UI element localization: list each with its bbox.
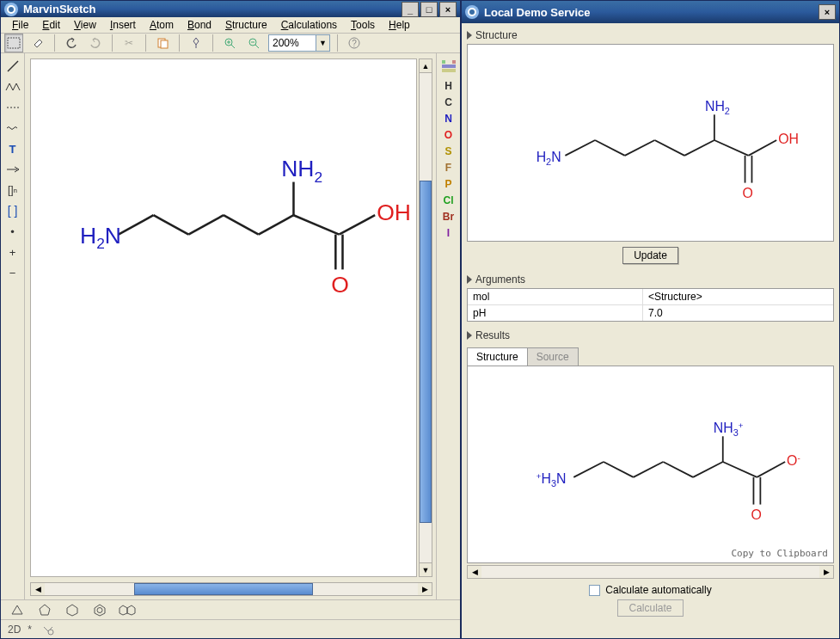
menu-tools[interactable]: Tools: [345, 17, 381, 33]
svg-line-46: [595, 140, 625, 156]
menu-edit[interactable]: Edit: [36, 17, 66, 33]
cyclopentane-template[interactable]: [35, 600, 54, 619]
minimize-button[interactable]: _: [402, 2, 419, 17]
menu-insert[interactable]: Insert: [104, 17, 142, 33]
zoom-in-button[interactable]: [220, 34, 239, 52]
scroll-left-icon[interactable]: ◀: [468, 566, 481, 578]
element-n[interactable]: N: [445, 113, 452, 125]
dot-tool[interactable]: •: [3, 222, 22, 241]
update-button[interactable]: Update: [622, 247, 678, 264]
svg-marker-40: [120, 605, 127, 615]
zoom-dropdown-icon[interactable]: ▼: [316, 34, 330, 52]
status-icon[interactable]: [39, 620, 58, 639]
menu-bond[interactable]: Bond: [181, 17, 218, 33]
titlebar-right[interactable]: Local Demo Service ×: [462, 1, 839, 23]
element-c[interactable]: C: [445, 96, 452, 108]
naphthalene-template[interactable]: [118, 600, 137, 619]
close-button[interactable]: ×: [439, 2, 457, 17]
svg-marker-37: [67, 605, 77, 616]
undo-button[interactable]: [62, 34, 81, 52]
auto-calc-checkbox[interactable]: [589, 585, 600, 596]
menu-help[interactable]: Help: [383, 17, 416, 33]
zoom-out-button[interactable]: [244, 34, 263, 52]
arrow-tool[interactable]: [3, 160, 22, 179]
maximize-button[interactable]: □: [420, 2, 438, 17]
svg-line-61: [634, 462, 664, 477]
element-f[interactable]: F: [445, 162, 451, 174]
svg-marker-38: [95, 605, 105, 616]
benzene-template[interactable]: [90, 600, 109, 619]
vertical-scrollbar[interactable]: ▲ ▼: [419, 58, 432, 577]
tab-structure[interactable]: Structure: [467, 347, 528, 366]
titlebar-left[interactable]: MarvinSketch _ □ ×: [1, 1, 460, 17]
scroll-right-icon[interactable]: ▶: [819, 566, 833, 578]
svg-text:O: O: [751, 507, 761, 522]
drawing-canvas[interactable]: H2N NH2 OH O: [30, 58, 417, 577]
element-s[interactable]: S: [445, 145, 451, 157]
section-structure-header[interactable]: Structure: [467, 27, 834, 44]
dashed-bond-tool[interactable]: [3, 98, 22, 117]
svg-text:NH2: NH2: [705, 99, 730, 116]
calculate-button[interactable]: Calculate: [617, 599, 683, 617]
menu-calculations[interactable]: Calculations: [275, 17, 343, 33]
hscroll-thumb[interactable]: [134, 583, 313, 595]
tab-source[interactable]: Source: [527, 347, 579, 366]
table-row[interactable]: mol <Structure>: [468, 289, 833, 305]
horizontal-scrollbar[interactable]: ◀ ▶: [30, 582, 432, 596]
chain-tool[interactable]: [3, 77, 22, 96]
svg-marker-36: [40, 605, 50, 615]
clean-button[interactable]: [187, 34, 205, 52]
eraser-tool-button[interactable]: [28, 34, 47, 52]
zoom-combo[interactable]: ▼: [268, 34, 330, 52]
scroll-left-icon[interactable]: ◀: [31, 583, 45, 595]
arg-value[interactable]: <Structure>: [643, 289, 833, 304]
copy-to-clipboard-link[interactable]: Copy to Clipboard: [731, 548, 828, 559]
element-o[interactable]: O: [445, 129, 452, 141]
svg-text:H2N: H2N: [536, 150, 561, 167]
wavy-bond-tool[interactable]: [3, 119, 22, 138]
menu-view[interactable]: View: [68, 17, 102, 33]
redo-button[interactable]: [86, 34, 105, 52]
ring-template-bar: [1, 599, 460, 619]
element-h[interactable]: H: [445, 80, 452, 92]
element-i[interactable]: I: [447, 227, 450, 239]
cut-button[interactable]: ✂: [120, 34, 138, 52]
element-br[interactable]: Br: [443, 211, 454, 223]
svg-line-62: [663, 462, 693, 477]
result-structure-viewer[interactable]: +H3N NH3+ O- O Copy to Clipboard: [467, 366, 834, 563]
scroll-up-icon[interactable]: ▲: [420, 59, 432, 73]
menu-structure[interactable]: Structure: [219, 17, 273, 33]
cyclohexane-template[interactable]: [63, 600, 82, 619]
scroll-down-icon[interactable]: ▼: [420, 562, 432, 576]
element-p[interactable]: P: [445, 178, 451, 190]
input-structure-viewer[interactable]: H2N NH2 OH O: [467, 44, 834, 242]
svg-line-45: [565, 140, 595, 156]
service-title: Local Demo Service: [484, 6, 591, 19]
cyclopropane-template[interactable]: [8, 600, 27, 619]
zoom-input[interactable]: [268, 34, 316, 52]
minus-tool[interactable]: −: [3, 263, 22, 282]
selection-tool-button[interactable]: [4, 34, 23, 52]
menu-atom[interactable]: Atom: [144, 17, 180, 33]
service-close-button[interactable]: ×: [819, 4, 836, 20]
vscroll-thumb[interactable]: [420, 181, 432, 523]
selection-bracket-tool[interactable]: [ ]: [3, 201, 22, 220]
svg-point-42: [48, 630, 53, 635]
element-cl[interactable]: Cl: [444, 194, 454, 206]
bracket-tool[interactable]: []n: [3, 181, 22, 200]
section-results-header[interactable]: Results: [467, 327, 834, 344]
help-button[interactable]: ?: [345, 34, 364, 52]
table-row[interactable]: pH 7.0: [468, 305, 833, 321]
single-bond-tool[interactable]: [3, 57, 22, 76]
results-hscroll[interactable]: ◀ ▶: [467, 565, 834, 579]
section-arguments-header[interactable]: Arguments: [467, 271, 834, 288]
periodic-table-button[interactable]: [439, 57, 458, 76]
arg-value[interactable]: 7.0: [643, 305, 833, 321]
menu-file[interactable]: File: [6, 17, 34, 33]
copy-button[interactable]: [153, 34, 172, 52]
scroll-right-icon[interactable]: ▶: [418, 583, 432, 595]
toolbar: ✂ ▼ ?: [1, 34, 460, 53]
svg-marker-41: [127, 605, 135, 615]
plus-tool[interactable]: +: [3, 243, 22, 261]
text-tool[interactable]: T: [3, 139, 22, 158]
